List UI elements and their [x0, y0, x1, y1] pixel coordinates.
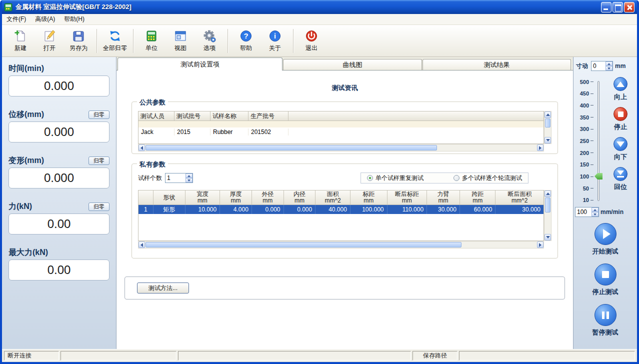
displacement-zero-button[interactable]: 归零 — [88, 110, 110, 119]
close-button[interactable] — [624, 2, 634, 12]
horizontal-scrollbar[interactable] — [138, 241, 544, 248]
zero-all-button[interactable]: 全部归零 — [100, 26, 130, 56]
spin-down-icon[interactable] — [606, 66, 612, 70]
tab-curve-chart[interactable]: 曲线图 — [283, 59, 422, 70]
new-button[interactable]: 新建 — [6, 26, 35, 56]
deformation-zero-button[interactable]: 归零 — [88, 156, 110, 165]
scrollbar-thumb[interactable] — [146, 242, 462, 248]
scroll-right-icon[interactable] — [537, 144, 544, 151]
stop-test-button[interactable] — [594, 264, 616, 286]
jog-up-button[interactable] — [614, 77, 628, 91]
tab-pre-test-settings[interactable]: 测试前设置项 — [118, 58, 282, 70]
cell-sample-name[interactable]: Rubber — [210, 128, 248, 136]
toolbar-separator — [133, 29, 134, 53]
cell-gauge-length[interactable]: 100.000 — [350, 205, 388, 214]
column-header: 标距mm — [350, 190, 388, 204]
readout-force: 力(kN) 归零 0.00 — [8, 201, 110, 234]
cell-shape[interactable]: 矩形 — [154, 205, 186, 214]
cell-width[interactable]: 10.000 — [186, 205, 220, 214]
cell-production-batch[interactable]: 201502 — [248, 128, 288, 136]
menu-file[interactable]: 文件(F) — [2, 14, 30, 25]
column-header: 外径mm — [252, 190, 284, 204]
cell-arm[interactable]: 30.000 — [427, 205, 460, 214]
start-test-button[interactable] — [594, 223, 616, 245]
cell-span[interactable]: 60.000 — [460, 205, 496, 214]
spin-up-icon[interactable] — [606, 62, 612, 66]
sample-count-label: 试样个数 — [138, 174, 162, 182]
spin-down-icon[interactable] — [186, 178, 192, 182]
menu-help[interactable]: 帮助(H) — [60, 14, 89, 25]
maximize-button[interactable] — [612, 2, 623, 12]
cell-tester[interactable]: Jack — [138, 128, 174, 136]
table-row[interactable]: Jack 2015 Rubber 201502 — [138, 128, 544, 136]
vertical-scrollbar[interactable] — [544, 111, 552, 144]
cell-area-after[interactable]: 30.000 — [496, 205, 544, 214]
jog-input[interactable] — [592, 62, 606, 70]
scroll-left-icon[interactable] — [138, 242, 145, 248]
speed-spinner[interactable] — [575, 207, 599, 217]
menu-advanced[interactable]: 高级(A) — [30, 14, 60, 25]
force-zero-button[interactable]: 归零 — [88, 202, 110, 211]
open-button[interactable]: 打开 — [35, 26, 64, 56]
scroll-up-icon[interactable] — [544, 190, 551, 197]
scroll-down-icon[interactable] — [544, 137, 551, 144]
radio-single-repeat[interactable]: 单个试样重复测试 — [367, 174, 424, 182]
scroll-right-icon[interactable] — [537, 242, 544, 248]
sample-count-input[interactable] — [166, 174, 186, 182]
pause-test-button[interactable] — [594, 304, 616, 326]
save-path-label: 保存路径 — [412, 351, 458, 360]
scrollbar-thumb[interactable] — [146, 145, 437, 150]
return-home-button[interactable] — [614, 167, 628, 181]
cell-row-number[interactable]: 1 — [138, 205, 154, 214]
start-test-label: 开始测试 — [592, 247, 618, 256]
jog-spinner[interactable] — [591, 61, 613, 71]
slider-thumb[interactable] — [594, 173, 602, 180]
jog-down-button[interactable] — [614, 137, 628, 151]
sample-count-spinner[interactable] — [165, 173, 193, 183]
cell-gauge-after[interactable]: 110.000 — [388, 205, 428, 214]
spin-up-icon[interactable] — [186, 174, 192, 178]
spin-down-icon[interactable] — [592, 212, 598, 216]
view-icon — [174, 30, 187, 42]
unit-button[interactable]: 单位 — [137, 26, 166, 56]
selected-table-row[interactable]: 1 矩形 10.000 4.000 0.000 0.000 40.000 100… — [138, 205, 544, 214]
radio-multi-rotate[interactable]: 多个试样逐个轮流测试 — [454, 174, 522, 182]
test-method-button[interactable]: 测试方法... — [137, 282, 189, 294]
scrollbar-thumb[interactable] — [545, 198, 550, 212]
pause-test-label: 暂停测试 — [592, 328, 618, 337]
time-label: 时间(min) — [8, 64, 44, 74]
column-header: 力臂mm — [427, 190, 460, 204]
private-table-header: 形状 宽度mm 厚度mm 外径mm 内径mm 面积mm^2 标距mm 断后标距m… — [138, 190, 544, 205]
tab-test-results[interactable]: 测试结果 — [422, 59, 571, 70]
vertical-scrollbar[interactable] — [544, 190, 552, 241]
options-button[interactable]: 选项 — [195, 26, 224, 56]
help-button[interactable]: ? 帮助 — [232, 26, 260, 56]
cell-outer-dia[interactable]: 0.000 — [252, 205, 284, 214]
scroll-down-icon[interactable] — [544, 234, 551, 240]
horizontal-scrollbar[interactable] — [138, 144, 544, 152]
app-window: 金属材料 室温拉伸试验[GB/T 228-2002] 文件(F) 高级(A) 帮… — [0, 0, 639, 364]
speed-input[interactable] — [576, 208, 592, 216]
jog-stop-label: 停止 — [614, 122, 627, 132]
about-button[interactable]: i 关于 — [260, 26, 290, 56]
scroll-up-icon[interactable] — [544, 112, 551, 118]
stop-icon — [618, 112, 624, 117]
slider-scale: 500 450 400 350 300 250 200 150 100 50 1… — [574, 79, 594, 203]
cell-thickness[interactable]: 4.000 — [220, 205, 252, 214]
cell-area[interactable]: 40.000 — [316, 205, 350, 214]
exit-button[interactable]: 退出 — [297, 26, 326, 56]
save-as-button[interactable]: 另存为 — [64, 26, 93, 56]
play-icon — [603, 229, 610, 239]
spin-up-icon[interactable] — [592, 208, 598, 212]
view-button[interactable]: 视图 — [166, 26, 195, 56]
cell-inner-dia[interactable]: 0.000 — [284, 205, 316, 214]
jog-stop-button[interactable] — [614, 107, 628, 121]
status-panel — [178, 351, 411, 360]
scroll-left-icon[interactable] — [138, 144, 145, 151]
cell-batch[interactable]: 2015 — [174, 128, 210, 136]
scrollbar-thumb[interactable] — [545, 118, 550, 128]
column-header: 内径mm — [284, 190, 316, 204]
column-header: 跨距mm — [460, 190, 496, 204]
slider-track[interactable] — [598, 81, 600, 201]
minimize-button[interactable] — [601, 2, 612, 12]
